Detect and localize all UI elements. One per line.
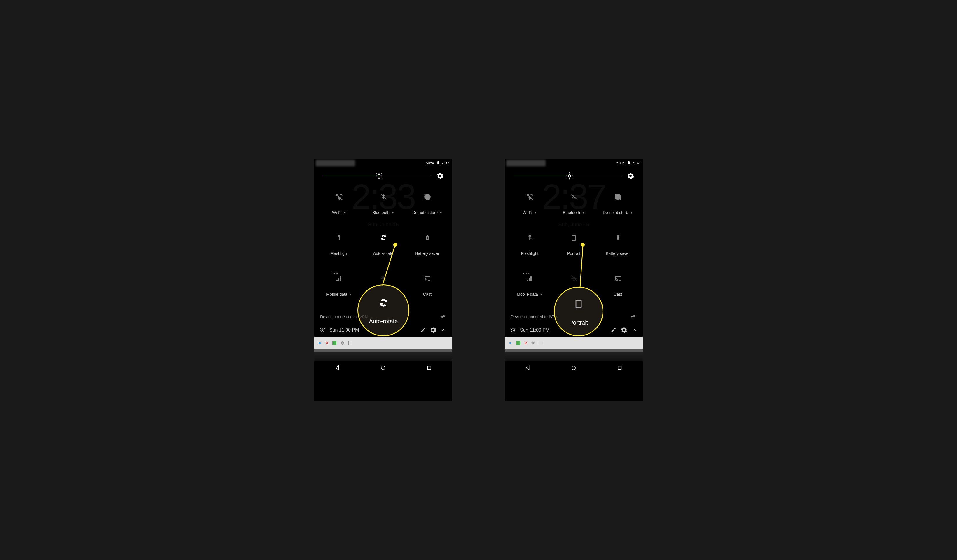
navigation-bar	[505, 361, 643, 375]
callout-dot	[393, 243, 397, 247]
app-icon-red: V	[524, 341, 527, 345]
callout-circle: Auto-rotate	[357, 284, 409, 336]
notification-icon-strip[interactable]: ⚭ V ✲	[314, 338, 452, 349]
battery-saver-icon	[425, 234, 430, 241]
tile-bluetooth[interactable]: Bluetooth▼	[552, 188, 596, 229]
nav-home-button[interactable]	[570, 364, 577, 371]
portrait-icon	[573, 297, 584, 311]
tile-mobile-data[interactable]: LTE+ Mobile data▼	[508, 270, 552, 311]
settings-icon[interactable]	[430, 327, 436, 333]
signal-icon	[526, 275, 533, 282]
tile-dnd[interactable]: Do not disturb▼	[405, 188, 449, 229]
callout-dot	[581, 243, 585, 247]
tile-cast[interactable]: Cast	[405, 270, 449, 311]
brightness-row	[314, 167, 452, 182]
tile-label: Flashlight	[330, 251, 348, 256]
clock-text: 2:33	[441, 161, 449, 166]
chevron-down-icon[interactable]: ▼	[534, 211, 537, 215]
tile-label: Bluetooth	[372, 210, 390, 215]
flashlight-icon	[336, 234, 343, 241]
tile-portrait[interactable]: Portrait	[552, 229, 596, 270]
wifi-off-icon	[526, 193, 534, 201]
brightness-settings-icon[interactable]	[627, 172, 634, 179]
tile-wifi[interactable]: Wi-Fi▼	[508, 188, 552, 229]
chevron-down-icon[interactable]: ▼	[349, 293, 352, 296]
brightness-thumb-icon[interactable]	[375, 172, 383, 180]
portrait-icon	[570, 233, 577, 242]
key-icon	[440, 314, 446, 320]
alarm-icon[interactable]	[510, 327, 516, 333]
settings-icon[interactable]	[621, 327, 627, 333]
nav-recent-button[interactable]	[426, 364, 433, 371]
chevron-down-icon[interactable]: ▼	[540, 293, 543, 296]
battery-percent: 60%	[426, 161, 434, 166]
collapse-icon[interactable]	[441, 327, 447, 333]
bluetooth-off-icon	[380, 193, 387, 201]
dock-hint	[505, 352, 643, 361]
notif-peek	[314, 349, 452, 352]
cast-icon	[614, 275, 622, 282]
tile-label: Portrait	[567, 251, 580, 256]
dnd-off-icon	[614, 193, 622, 201]
brightness-slider[interactable]	[513, 175, 621, 176]
status-blur	[506, 160, 546, 166]
tile-bluetooth[interactable]: Bluetooth▼	[361, 188, 405, 229]
chevron-down-icon[interactable]: ▼	[391, 211, 394, 215]
tile-dnd[interactable]: Do not disturb▼	[596, 188, 640, 229]
lte-badge: LTE+	[333, 272, 338, 275]
nav-back-button[interactable]	[524, 364, 531, 371]
status-bar: 60% 2:33	[314, 159, 452, 167]
lte-badge: LTE+	[523, 272, 529, 275]
tile-label: Wi-Fi	[332, 210, 342, 215]
phone-right: 2:37 Sun, June 16 59% 2:37 Wi-Fi▼ Blueto…	[505, 159, 643, 401]
tile-flashlight[interactable]: Flashlight	[508, 229, 552, 270]
callout-label: Auto-rotate	[369, 318, 398, 325]
notification-icon-strip[interactable]: ⚭ V ✲	[505, 338, 643, 349]
tile-battery-saver[interactable]: Battery saver	[405, 229, 449, 270]
app-icon-green	[516, 341, 520, 345]
battery-icon	[436, 161, 439, 166]
collapse-icon[interactable]	[631, 327, 638, 333]
battery-percent: 59%	[616, 161, 624, 166]
chevron-down-icon[interactable]: ▼	[343, 211, 346, 215]
alarm-text[interactable]: Sun 11:00 PM	[520, 328, 550, 333]
tile-label: Do not disturb	[412, 210, 437, 215]
nav-recent-button[interactable]	[616, 364, 623, 371]
status-blur	[316, 160, 355, 166]
alarm-icon[interactable]	[319, 327, 325, 333]
edit-icon[interactable]	[420, 327, 426, 333]
tile-label: Mobile data	[517, 292, 538, 297]
dnd-off-icon	[424, 193, 431, 201]
bluetooth-off-icon	[570, 193, 578, 201]
brightness-settings-icon[interactable]	[436, 172, 444, 179]
tile-label: Wi-Fi	[523, 210, 532, 215]
tile-mobile-data[interactable]: LTE+ Mobile data▼	[317, 270, 361, 311]
airplane-off-icon	[380, 275, 387, 282]
chevron-down-icon[interactable]: ▼	[439, 211, 442, 215]
nav-back-button[interactable]	[334, 364, 341, 371]
chevron-down-icon[interactable]: ▼	[582, 211, 585, 215]
tile-flashlight[interactable]: Flashlight	[317, 229, 361, 270]
edit-icon[interactable]	[611, 327, 616, 333]
voicemail-icon: ⚭	[318, 341, 322, 346]
leaf-icon: ✲	[341, 341, 344, 346]
battery-saver-icon	[615, 234, 621, 241]
nav-home-button[interactable]	[380, 364, 386, 371]
tile-autorotate[interactable]: Auto-rotate	[361, 229, 405, 270]
device-icon	[348, 341, 351, 345]
tile-wifi[interactable]: Wi-Fi▼	[317, 188, 361, 229]
brightness-row	[505, 167, 643, 182]
notif-peek	[505, 349, 643, 352]
vpn-status-text: Device connected to IVPN	[511, 314, 558, 319]
tile-label: Cast	[423, 292, 431, 297]
brightness-slider[interactable]	[323, 175, 431, 176]
brightness-thumb-icon[interactable]	[566, 172, 573, 180]
chevron-down-icon[interactable]: ▼	[630, 211, 633, 215]
airplane-off-icon	[570, 275, 578, 282]
cast-icon	[423, 275, 431, 282]
app-icon-green	[332, 341, 336, 345]
tile-label: Bluetooth	[563, 210, 580, 215]
tile-battery-saver[interactable]: Battery saver	[596, 229, 640, 270]
alarm-text[interactable]: Sun 11:00 PM	[329, 328, 359, 333]
clock-text: 2:37	[632, 161, 640, 166]
